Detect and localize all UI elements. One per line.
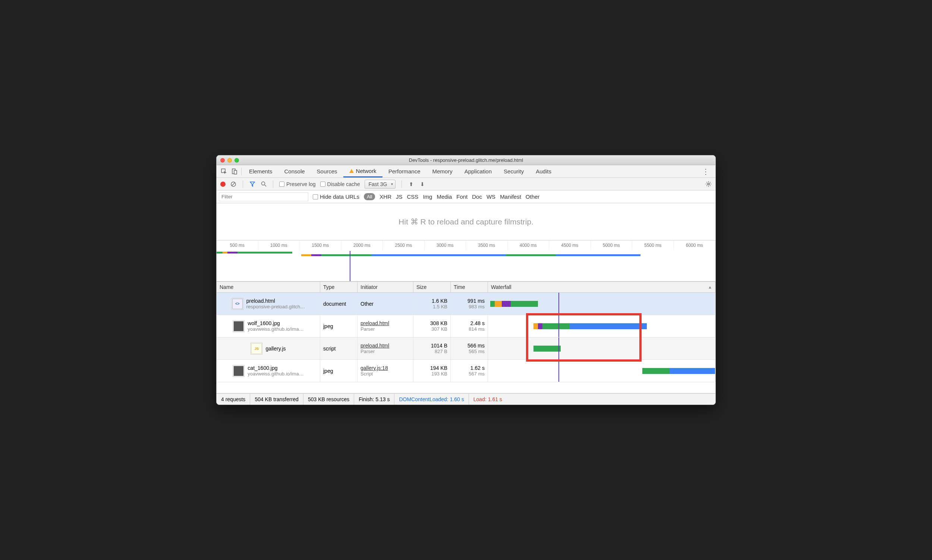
tab-memory[interactable]: Memory — [426, 165, 458, 177]
request-name: gallery.js — [265, 346, 286, 352]
request-size: 194 KB — [430, 365, 448, 371]
filmstrip-hint: Hit ⌘ R to reload and capture filmstrip. — [217, 203, 715, 240]
table-header: Name Type Initiator Size Time Waterfall — [217, 282, 715, 293]
table-row[interactable]: cat_1600.jpgyoavweiss.github.io/ima…jpeg… — [217, 360, 715, 382]
throttling-select[interactable]: Fast 3G — [364, 180, 396, 189]
filter-type-js[interactable]: JS — [396, 194, 403, 200]
request-type: jpeg — [320, 360, 357, 382]
tab-application[interactable]: Application — [458, 165, 498, 177]
filter-input[interactable] — [219, 192, 308, 202]
devtools-window: DevTools - responsive-preload.glitch.me/… — [216, 155, 716, 405]
record-button[interactable] — [220, 182, 226, 187]
request-domain: yoavweiss.github.io/ima… — [248, 326, 303, 332]
col-name[interactable]: Name — [217, 282, 320, 292]
request-initiator[interactable]: preload.html — [360, 320, 410, 326]
hide-data-urls-checkbox[interactable]: Hide data URLs — [313, 194, 359, 200]
filter-type-css[interactable]: CSS — [407, 194, 419, 200]
status-dcl: DOMContentLoaded: 1.60 s — [394, 394, 469, 405]
col-waterfall[interactable]: Waterfall — [488, 282, 715, 292]
tab-elements[interactable]: Elements — [243, 165, 278, 177]
upload-icon[interactable]: ⬆ — [408, 181, 415, 188]
col-type[interactable]: Type — [320, 282, 357, 292]
status-bar: 4 requests 504 KB transferred 503 KB res… — [217, 393, 715, 405]
inspect-icon[interactable] — [219, 166, 229, 177]
search-icon[interactable] — [260, 181, 267, 188]
waterfall-bar — [488, 360, 715, 382]
tab-network[interactable]: Network — [343, 165, 383, 177]
svg-point-7 — [707, 183, 709, 185]
status-resources: 503 KB resources — [303, 394, 354, 405]
filter-type-other[interactable]: Other — [526, 194, 540, 200]
request-table: <>preload.htmlresponsive-preload.glitch…… — [217, 293, 715, 393]
timeline-tick: 1500 ms — [300, 240, 341, 250]
timeline-overview[interactable]: 500 ms1000 ms1500 ms2000 ms2500 ms3000 m… — [217, 240, 715, 282]
img-file-icon — [233, 365, 245, 377]
window-title: DevTools - responsive-preload.glitch.me/… — [217, 157, 715, 163]
col-time[interactable]: Time — [451, 282, 488, 292]
request-name: preload.html — [246, 298, 305, 304]
svg-line-4 — [232, 183, 235, 186]
tab-sources[interactable]: Sources — [311, 165, 343, 177]
highlight-annotation — [526, 313, 641, 362]
svg-line-6 — [265, 185, 266, 186]
download-icon[interactable]: ⬇ — [419, 181, 426, 188]
titlebar: DevTools - responsive-preload.glitch.me/… — [217, 155, 715, 165]
filter-type-font[interactable]: Font — [456, 194, 468, 200]
request-initiator[interactable]: preload.html — [360, 343, 410, 349]
table-row[interactable]: <>preload.htmlresponsive-preload.glitch…… — [217, 293, 715, 315]
filter-icon[interactable] — [249, 181, 256, 188]
timeline-tick: 3500 ms — [466, 240, 508, 250]
request-initiator[interactable]: gallery.js:18 — [360, 365, 410, 371]
html-file-icon: <> — [232, 298, 243, 310]
filter-type-media[interactable]: Media — [437, 194, 452, 200]
status-load: Load: 1.61 s — [469, 394, 507, 405]
clear-icon[interactable] — [230, 181, 237, 188]
filter-type-ws[interactable]: WS — [486, 194, 495, 200]
settings-icon[interactable] — [705, 181, 712, 188]
filter-type-img[interactable]: Img — [423, 194, 432, 200]
timeline-tick: 3000 ms — [424, 240, 466, 250]
filter-type-doc[interactable]: Doc — [472, 194, 482, 200]
js-file-icon: JS — [251, 343, 263, 355]
request-time: 1.62 s — [471, 365, 484, 371]
waterfall-bar — [488, 293, 715, 315]
tab-console[interactable]: Console — [278, 165, 311, 177]
request-time: 2.48 s — [471, 320, 484, 326]
tab-audits[interactable]: Audits — [530, 165, 557, 177]
preserve-log-checkbox[interactable]: Preserve log — [279, 181, 316, 187]
request-name: wolf_1600.jpg — [248, 320, 303, 326]
network-toolbar: Preserve log Disable cache Fast 3G ⬆ ⬇ — [217, 178, 715, 191]
tab-security[interactable]: Security — [498, 165, 530, 177]
device-toggle-icon[interactable] — [229, 166, 240, 177]
img-file-icon — [233, 320, 245, 332]
disable-cache-checkbox[interactable]: Disable cache — [320, 181, 360, 187]
request-size: 1014 B — [431, 343, 448, 349]
request-type: jpeg — [320, 315, 357, 337]
filter-type-manifest[interactable]: Manifest — [500, 194, 521, 200]
timeline-tick: 5500 ms — [632, 240, 674, 250]
close-window-button[interactable] — [220, 158, 225, 163]
timeline-tick: 2000 ms — [341, 240, 383, 250]
minimize-window-button[interactable] — [228, 158, 232, 163]
col-size[interactable]: Size — [414, 282, 451, 292]
request-initiator: Other — [360, 301, 410, 307]
request-time: 566 ms — [468, 343, 484, 349]
status-transferred: 504 KB transferred — [250, 394, 303, 405]
zoom-window-button[interactable] — [234, 158, 239, 163]
request-size: 308 KB — [430, 320, 448, 326]
tab-performance[interactable]: Performance — [383, 165, 426, 177]
timeline-tick: 4000 ms — [508, 240, 549, 250]
timeline-tick: 1000 ms — [258, 240, 300, 250]
filter-type-xhr[interactable]: XHR — [380, 194, 391, 200]
window-controls — [220, 158, 239, 163]
main-tabs: ElementsConsoleSourcesNetworkPerformance… — [217, 165, 715, 178]
timeline-tick: 6000 ms — [674, 240, 716, 250]
dcl-marker — [350, 251, 351, 281]
col-initiator[interactable]: Initiator — [357, 282, 414, 292]
svg-rect-2 — [234, 171, 237, 174]
more-menu[interactable]: ⋮ — [698, 167, 713, 176]
timeline-tick: 4500 ms — [549, 240, 591, 250]
filter-type-all[interactable]: All — [364, 193, 375, 200]
timeline-tick: 500 ms — [217, 240, 258, 250]
request-name: cat_1600.jpg — [248, 365, 303, 371]
